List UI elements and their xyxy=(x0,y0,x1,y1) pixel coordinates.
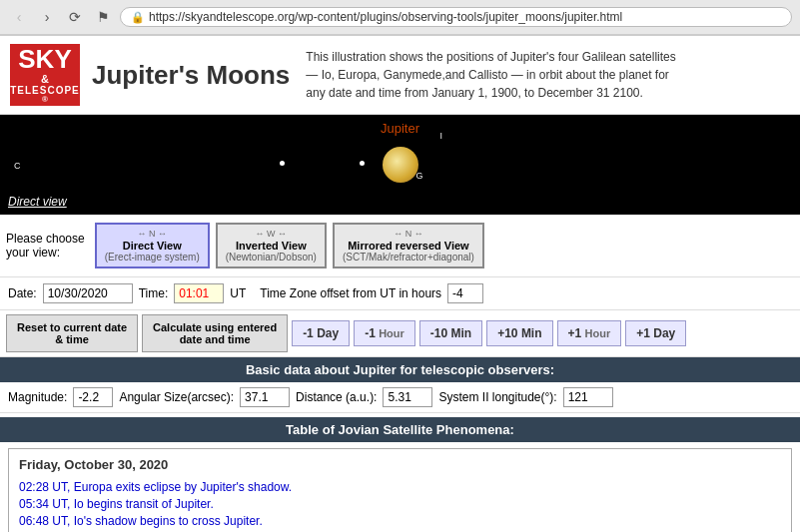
controls-row: Reset to current date& time Calculate us… xyxy=(0,310,800,357)
minus-hour-label: Hour xyxy=(379,327,404,339)
inverted-view-sub: (Newtonian/Dobson) xyxy=(226,252,317,263)
distance-label: Distance (a.u.): xyxy=(296,390,377,404)
time-input[interactable] xyxy=(174,283,224,303)
tz-input[interactable] xyxy=(447,283,483,303)
phenomena-header: Table of Jovian Satellite Phenomena: xyxy=(0,417,800,442)
bookmark-add-button[interactable]: ⚑ xyxy=(92,6,114,28)
logo-sky-text: SKY xyxy=(18,45,71,74)
date-label: Date: xyxy=(8,286,37,300)
calculate-button[interactable]: Calculate using entereddate and time xyxy=(142,314,288,352)
moon-ganymede xyxy=(280,161,285,166)
lock-icon: 🔒 xyxy=(131,11,145,24)
direct-view-label[interactable]: Direct view xyxy=(8,195,67,209)
magnitude-label: Magnitude: xyxy=(8,390,67,404)
sys2-input[interactable] xyxy=(563,387,613,407)
logo-amp-text: & xyxy=(41,73,49,85)
back-button[interactable]: ‹ xyxy=(8,6,30,28)
logo: SKY & TELESCOPE ® xyxy=(10,44,80,106)
moon-label-i: I xyxy=(440,131,443,141)
distance-input[interactable] xyxy=(383,387,432,407)
moon-label-c: C xyxy=(14,161,21,171)
view-section: Please chooseyour view: ↔ N ↔ Direct Vie… xyxy=(0,215,800,277)
direct-view-sub: (Erect-image system) xyxy=(105,252,200,263)
phenomena-link-1[interactable]: 05:34 UT, Io begins transit of Jupiter. xyxy=(19,497,214,511)
phenomena-area: Friday, October 30, 2020 02:28 UT, Europ… xyxy=(8,448,792,532)
jupiter-body xyxy=(383,147,418,183)
mirrored-view-sub: (SCT/Mak/refractor+diagonal) xyxy=(343,252,474,263)
direct-view-button[interactable]: ↔ N ↔ Direct View (Erect-image system) xyxy=(95,223,210,268)
mirrored-view-icon: ↔ N ↔ xyxy=(394,229,423,239)
moon-label-g: G xyxy=(416,171,423,181)
page: SKY & TELESCOPE ® Jupiter's Moons This i… xyxy=(0,36,800,532)
jupiter-label: Jupiter xyxy=(381,121,419,136)
phenomena-line-0: 02:28 UT, Europa exits eclipse by Jupite… xyxy=(19,480,781,494)
basic-data-header: Basic data about Jupiter for telescopic … xyxy=(0,357,800,382)
inverted-view-button[interactable]: ↔ W ↔ Inverted View (Newtonian/Dobson) xyxy=(216,223,327,268)
page-header: SKY & TELESCOPE ® Jupiter's Moons This i… xyxy=(0,36,800,115)
reload-button[interactable]: ⟳ xyxy=(64,6,86,28)
phenomena-link-0[interactable]: 02:28 UT, Europa exits eclipse by Jupite… xyxy=(19,480,292,494)
ut-label: UT xyxy=(230,286,246,300)
direct-view-icon: ↔ N ↔ xyxy=(137,229,167,239)
minus-10min-button[interactable]: -10 Min xyxy=(419,320,482,346)
inverted-view-icon: ↔ W ↔ xyxy=(256,229,288,239)
inverted-view-title: Inverted View xyxy=(236,240,307,252)
magnitude-input[interactable] xyxy=(73,387,113,407)
plus-hour-button[interactable]: +1 Hour xyxy=(557,320,622,346)
forward-button[interactable]: › xyxy=(36,6,58,28)
sys2-label: System II longitude(°): xyxy=(438,390,556,404)
visualization-area: Jupiter C G I Direct view xyxy=(0,115,800,215)
plus-day-button[interactable]: +1 Day xyxy=(625,320,686,346)
direct-view-title: Direct View xyxy=(123,240,182,252)
address-bar: 🔒 https://skyandtelescope.org/wp-content… xyxy=(120,7,792,27)
time-label: Time: xyxy=(139,286,169,300)
plus-hour-label: Hour xyxy=(585,327,611,339)
header-description: This illustration shows the positions of… xyxy=(306,48,685,102)
phenomena-line-2: 06:48 UT, Io's shadow begins to cross Ju… xyxy=(19,514,781,528)
plus-10min-button[interactable]: +10 Min xyxy=(486,320,552,346)
angular-size-label: Angular Size(arcsec): xyxy=(119,390,234,404)
minus-day-button[interactable]: -1 Day xyxy=(292,320,350,346)
url-text: https://skyandtelescope.org/wp-content/p… xyxy=(149,10,781,24)
mirrored-view-title: Mirrored reversed View xyxy=(348,240,468,252)
phenomena-date: Friday, October 30, 2020 xyxy=(19,457,781,472)
logo-reg-text: ® xyxy=(42,96,48,105)
browser-chrome: ‹ › ⟳ ⚑ 🔒 https://skyandtelescope.org/wp… xyxy=(0,0,800,36)
mirrored-view-button[interactable]: ↔ N ↔ Mirrored reversed View (SCT/Mak/re… xyxy=(333,223,484,268)
basic-data-row: Magnitude: Angular Size(arcsec): Distanc… xyxy=(0,382,800,413)
page-title: Jupiter's Moons xyxy=(92,60,290,91)
browser-toolbar: ‹ › ⟳ ⚑ 🔒 https://skyandtelescope.org/wp… xyxy=(0,0,800,35)
reset-button[interactable]: Reset to current date& time xyxy=(6,314,138,352)
angular-size-input[interactable] xyxy=(240,387,290,407)
view-section-label: Please chooseyour view: xyxy=(6,232,85,260)
datetime-row: Date: Time: UT Time Zone offset from UT … xyxy=(0,277,800,310)
moon-io xyxy=(360,161,365,166)
phenomena-link-2[interactable]: 06:48 UT, Io's shadow begins to cross Ju… xyxy=(19,514,263,528)
tz-label: Time Zone offset from UT in hours xyxy=(260,286,441,300)
date-input[interactable] xyxy=(43,283,133,303)
minus-hour-button[interactable]: -1 Hour xyxy=(354,320,415,346)
phenomena-line-1: 05:34 UT, Io begins transit of Jupiter. xyxy=(19,497,781,511)
